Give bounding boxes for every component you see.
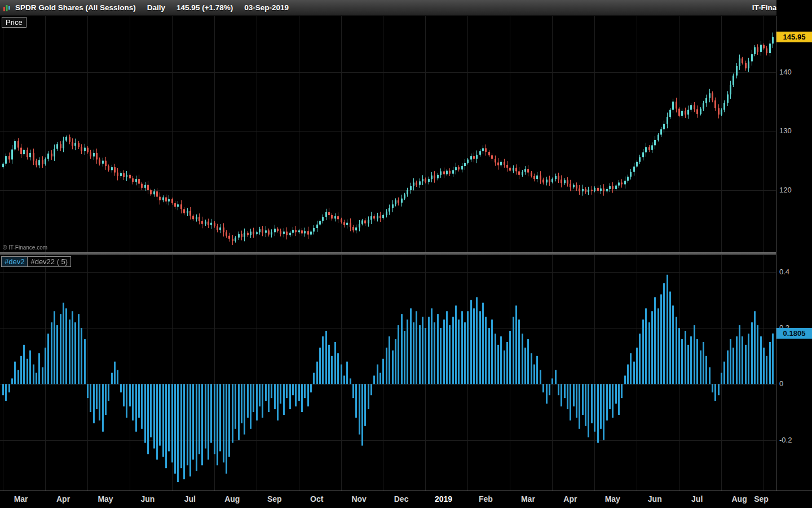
time-axis-label: Sep bbox=[754, 494, 769, 503]
last-price-tag: 145.95 bbox=[776, 32, 812, 42]
price-pane[interactable] bbox=[0, 16, 776, 252]
axis-tick-label: 0 bbox=[779, 379, 783, 388]
indicator-histogram-canvas[interactable] bbox=[0, 255, 776, 491]
axis-tick-label: 130 bbox=[779, 126, 792, 135]
indicator-dev22-label[interactable]: #dev22 ( 5) bbox=[28, 256, 71, 267]
price-pane-label[interactable]: Price bbox=[2, 17, 27, 28]
time-axis-label: May bbox=[98, 494, 113, 503]
time-axis-label: Sep bbox=[267, 494, 282, 503]
chart-window: SPDR Gold Shares (All Sessions) Daily 14… bbox=[0, 0, 812, 508]
time-axis-label: Mar bbox=[521, 494, 535, 503]
time-axis-label: Jun bbox=[140, 494, 155, 503]
axis-tick-label: 140 bbox=[779, 68, 792, 76]
last-price-change: 145.95 (+1.78%) bbox=[176, 3, 233, 12]
axis-tick-label: -0.2 bbox=[779, 436, 792, 444]
axis-tick-label: 120 bbox=[779, 186, 792, 194]
last-indicator-value-tag: 0.1805 bbox=[776, 328, 812, 339]
axis-tick-label: 0.4 bbox=[779, 268, 789, 276]
time-axis-label: Oct bbox=[310, 494, 323, 503]
time-axis-label: May bbox=[605, 494, 620, 503]
time-axis-label: 2019 bbox=[435, 494, 452, 503]
price-candlestick-canvas[interactable] bbox=[0, 16, 776, 252]
time-axis-label: Apr bbox=[56, 494, 70, 503]
indicator-pane[interactable] bbox=[0, 255, 776, 491]
date-label: 03-Sep-2019 bbox=[244, 3, 289, 12]
time-axis-label: Feb bbox=[479, 494, 493, 503]
indicator-dev2-label[interactable]: #dev2 bbox=[1, 256, 28, 267]
instrument-title: SPDR Gold Shares (All Sessions) bbox=[15, 3, 136, 12]
time-axis-label: Apr bbox=[563, 494, 577, 503]
time-axis-label: Jul bbox=[691, 494, 703, 503]
time-axis-label: Aug bbox=[732, 494, 747, 503]
title-bar: SPDR Gold Shares (All Sessions) Daily 14… bbox=[0, 0, 812, 16]
candlestick-chart-icon bbox=[3, 4, 11, 12]
time-axis-label: Jun bbox=[648, 494, 662, 503]
time-axis-label: Dec bbox=[394, 494, 409, 503]
indicator-labels: #dev2 #dev22 ( 5) bbox=[1, 256, 71, 267]
time-axis-label: Aug bbox=[224, 494, 240, 503]
time-axis-label: Jul bbox=[184, 494, 196, 503]
right-axis[interactable]: 145.95 0.1805 1401301200.40.20-0.2 bbox=[776, 0, 812, 491]
time-axis[interactable]: MarAprMayJunJulAugSepOctNovDec2019FebMar… bbox=[0, 491, 812, 508]
timeframe-label[interactable]: Daily bbox=[147, 3, 165, 12]
watermark: © IT-Finance.com bbox=[3, 244, 47, 251]
time-axis-label: Mar bbox=[14, 494, 28, 503]
time-axis-label: Nov bbox=[351, 494, 366, 503]
